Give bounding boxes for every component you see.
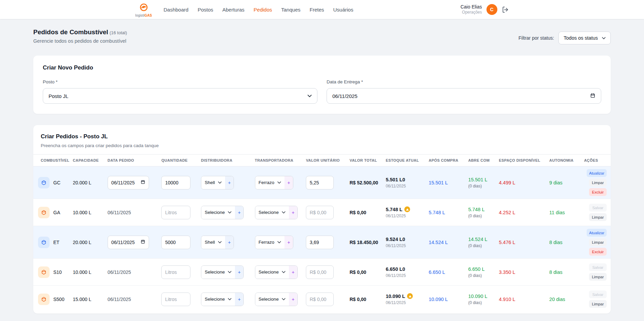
unit-price-input[interactable] — [306, 176, 334, 189]
action-salvar-button[interactable]: Salvar — [589, 263, 607, 271]
available-space-value: 4.252 L — [499, 210, 515, 215]
column-header-data-pedido: DATA PEDIDO — [105, 155, 159, 166]
action-limpar-button[interactable]: Limpar — [589, 213, 607, 221]
distribuidora-select[interactable]: Selecione — [201, 293, 235, 306]
warning-icon — [407, 293, 413, 299]
column-header-valor-total: VALOR TOTAL — [347, 155, 383, 166]
distribuidora-select[interactable]: Selecione — [201, 266, 235, 279]
chevron-down-icon — [228, 271, 232, 273]
chevron-down-icon — [277, 181, 281, 184]
row-actions: SalvarLimpar — [584, 204, 608, 221]
transportadora-select[interactable]: Selecione — [255, 266, 289, 279]
after-purchase-value: 6.650 L — [429, 269, 445, 275]
unit-price-input[interactable] — [306, 265, 334, 279]
transportadora-select[interactable]: Selecione — [255, 206, 289, 219]
action-atualizar-button[interactable]: Atualizar — [587, 229, 607, 237]
fuel-code: GC — [53, 180, 60, 185]
add-transportadora-button[interactable]: + — [289, 206, 297, 219]
unit-price-input[interactable] — [306, 236, 334, 249]
transportadora-select-value: Selecione — [259, 210, 279, 215]
fuel-code: S10 — [53, 269, 62, 275]
row-actions: AtualizarLimparExcluir — [584, 169, 608, 196]
quantity-input[interactable] — [161, 265, 190, 279]
column-header-autonomia: AUTONOMIA — [547, 155, 581, 166]
status-filter-label: Filtrar por status: — [518, 35, 554, 41]
available-space-value: 5.476 L — [499, 240, 515, 245]
order-date-text: 06/11/2025 — [108, 269, 131, 275]
posto-select[interactable]: Posto JL — [43, 88, 317, 104]
nav-item-postos[interactable]: Postos — [198, 7, 213, 13]
action-excluir-button[interactable]: Excluir — [589, 248, 607, 256]
stock-date: 06/11/2025 — [386, 184, 423, 188]
transportadora-select[interactable]: Ferrazo — [255, 236, 285, 249]
transportadora-select-value: Ferrazo — [259, 240, 275, 245]
available-space-value: 4.499 L — [499, 180, 515, 185]
distribuidora-select[interactable]: Shell — [201, 176, 225, 189]
quantity-input[interactable] — [161, 236, 190, 249]
action-salvar-button[interactable]: Salvar — [589, 290, 607, 298]
capacity-value: 15.000 L — [73, 297, 91, 302]
order-date-value: 06/11/2025 — [111, 240, 135, 245]
chevron-down-icon — [228, 211, 232, 214]
opens-with-value: 15.501 L — [468, 177, 493, 182]
nav-item-dashboard[interactable]: Dashboard — [164, 7, 188, 13]
column-header-combustivel: COMBUSTÍVEL — [33, 155, 70, 166]
distribuidora-select[interactable]: Selecione — [201, 206, 235, 219]
transportadora-select[interactable]: Ferrazo — [255, 176, 285, 189]
unit-price-input[interactable] — [306, 293, 334, 306]
logo[interactable]: logistiGAS — [135, 2, 152, 17]
distribuidora-select-value: Selecione — [205, 269, 225, 275]
logout-icon[interactable] — [502, 6, 509, 13]
action-limpar-button[interactable]: Limpar — [589, 238, 607, 246]
opens-with-days: (0 dias) — [468, 214, 493, 218]
order-date-input[interactable]: 06/11/2025 — [108, 236, 149, 249]
add-transportadora-button[interactable]: + — [284, 236, 293, 249]
transportadora-select-value: Selecione — [259, 297, 279, 302]
action-limpar-button[interactable]: Limpar — [589, 273, 607, 281]
order-date-value: 06/11/2025 — [111, 180, 135, 185]
delivery-date-input[interactable]: 06/11/2025 — [327, 88, 601, 104]
autonomy-value: 8 dias — [549, 240, 563, 245]
total-value: R$ 18.450,00 — [350, 240, 378, 245]
add-distribuidora-button[interactable]: + — [225, 176, 234, 189]
action-salvar-button[interactable]: Salvar — [589, 204, 607, 212]
quantity-input[interactable] — [161, 206, 190, 219]
nav-item-tanques[interactable]: Tanques — [281, 7, 300, 13]
order-date-input[interactable]: 06/11/2025 — [108, 176, 149, 189]
nav-item-aberturas[interactable]: Aberturas — [222, 7, 244, 13]
add-distribuidora-button[interactable]: + — [225, 236, 234, 249]
after-purchase-value: 14.524 L — [429, 240, 448, 245]
stock-date: 06/11/2025 — [386, 243, 423, 248]
available-space-value: 4.910 L — [499, 297, 515, 302]
distribuidora-select-value: Selecione — [205, 297, 225, 302]
chevron-down-icon — [218, 241, 222, 243]
action-excluir-button[interactable]: Excluir — [589, 188, 607, 196]
create-order-card: Criar Novo Pedido Posto * Posto JL Data … — [33, 56, 611, 114]
add-transportadora-button[interactable]: + — [289, 293, 297, 306]
nav-item-pedidos[interactable]: Pedidos — [254, 7, 272, 13]
posto-label: Posto * — [43, 79, 317, 84]
unit-price-input[interactable] — [306, 206, 334, 219]
action-atualizar-button[interactable]: Atualizar — [587, 169, 607, 177]
avatar: C — [486, 4, 497, 15]
chevron-down-icon — [308, 95, 312, 97]
add-distribuidora-button[interactable]: + — [235, 293, 243, 306]
distribuidora-select[interactable]: Shell — [201, 236, 225, 249]
order-date-text: 06/11/2025 — [108, 297, 131, 302]
autonomy-value: 8 dias — [549, 269, 563, 275]
status-filter-select[interactable]: Todos os status — [558, 32, 611, 44]
add-transportadora-button[interactable]: + — [289, 266, 297, 279]
quantity-input[interactable] — [161, 293, 190, 306]
action-limpar-button[interactable]: Limpar — [589, 179, 607, 186]
add-transportadora-button[interactable]: + — [284, 176, 293, 189]
transportadora-select[interactable]: Selecione — [255, 293, 289, 306]
add-distribuidora-button[interactable]: + — [235, 266, 243, 279]
nav-item-fretes[interactable]: Fretes — [310, 7, 324, 13]
opens-with-days: (0 dias) — [468, 273, 493, 278]
chevron-down-icon — [218, 181, 222, 184]
add-distribuidora-button[interactable]: + — [235, 206, 243, 219]
fuel-icon — [38, 207, 50, 218]
action-limpar-button[interactable]: Limpar — [589, 300, 607, 308]
nav-item-usuarios[interactable]: Usuários — [333, 7, 353, 13]
quantity-input[interactable] — [161, 176, 190, 189]
